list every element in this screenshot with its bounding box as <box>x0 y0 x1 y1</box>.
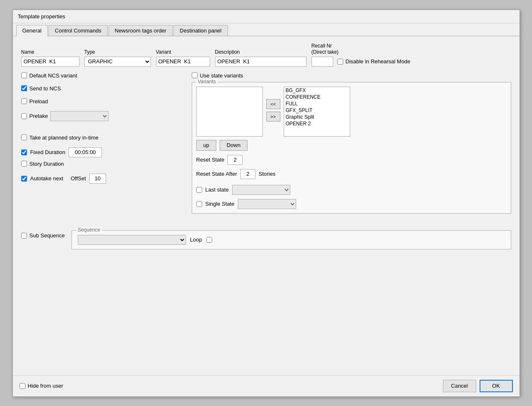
single-state-select[interactable] <box>238 199 296 209</box>
type-group: Type GRAPHICAUDIOVIDEO <box>84 49 151 67</box>
reset-state-input[interactable] <box>228 155 242 165</box>
tab-general[interactable]: General <box>16 25 48 36</box>
use-state-variants-label: Use state variants <box>200 72 243 79</box>
ok-button[interactable]: OK <box>480 380 513 392</box>
disable-rehearsal-checkbox[interactable] <box>337 59 343 65</box>
story-duration-row: Story Duration <box>21 161 179 167</box>
description-group: Description <box>215 49 307 67</box>
single-state-checkbox[interactable] <box>196 201 202 207</box>
offset-label: OffSet <box>71 175 86 182</box>
pretake-checkbox[interactable] <box>21 113 27 119</box>
left-column: Default NCS variant Send to NCS Preload … <box>21 72 179 214</box>
sequence-group: Sequence Loop <box>72 230 511 249</box>
single-state-row: Single State <box>196 199 507 209</box>
sub-sequence-label: Sub Sequence <box>30 232 65 239</box>
footer-buttons: Cancel OK <box>443 380 513 392</box>
description-input[interactable] <box>215 57 307 67</box>
autotake-row: Autotake next OffSet <box>21 174 179 184</box>
take-at-planned-row: Take at planned story in-time <box>21 135 179 141</box>
variants-list-right[interactable]: BG_GFX CONFERENCE FULL GFX_SPLIT Graphic… <box>284 87 350 137</box>
send-to-ncs-row: Send to NCS <box>21 85 179 92</box>
variant-item-conference[interactable]: CONFERENCE <box>284 94 350 100</box>
preload-label: Preload <box>30 98 48 105</box>
stories-label: Stories <box>259 171 275 177</box>
cancel-button[interactable]: Cancel <box>443 380 476 392</box>
default-ncs-label: Default NCS variant <box>30 72 77 79</box>
variants-legend: Variants <box>196 79 218 85</box>
preload-checkbox[interactable] <box>21 98 27 104</box>
sub-sequence-checkbox[interactable] <box>21 233 27 239</box>
send-to-ncs-label: Send to NCS <box>30 85 61 92</box>
description-label: Description <box>215 49 307 55</box>
type-select[interactable]: GRAPHICAUDIOVIDEO <box>84 57 151 67</box>
variant-item-full[interactable]: FULL <box>284 100 350 107</box>
fixed-duration-row: Fixed Duration <box>21 147 179 157</box>
variant-group: Variant <box>156 49 210 67</box>
use-state-variants-row: Use state variants <box>192 72 511 79</box>
dialog-footer: Hide from user Cancel OK <box>13 375 520 396</box>
variants-arrows: << >> <box>266 87 280 122</box>
up-down-row: up Down <box>196 140 507 151</box>
loop-checkbox[interactable] <box>206 237 212 243</box>
reset-state-label: Reset State <box>196 157 225 163</box>
recall-nr-group: Recall Nr (Direct take) Disable in Rehea… <box>312 43 411 67</box>
variants-group: Variants << >> BG_GFX CONFERENCE <box>192 82 511 214</box>
hide-from-user-row: Hide from user <box>20 383 63 389</box>
reset-state-after-input[interactable] <box>240 169 255 179</box>
variants-inner: << >> BG_GFX CONFERENCE FULL GFX_SPLIT G… <box>196 87 507 137</box>
story-duration-label: Story Duration <box>30 161 64 167</box>
default-ncs-checkbox[interactable] <box>21 72 27 78</box>
variant-label: Variant <box>156 49 210 55</box>
single-state-label: Single State <box>205 201 235 207</box>
name-label: Name <box>21 49 79 55</box>
template-properties-dialog: Template properties General Control Comm… <box>12 10 520 397</box>
variants-list-left[interactable] <box>196 87 263 137</box>
fixed-duration-label: Fixed Duration <box>30 149 66 155</box>
pretake-row: Pretake <box>21 111 179 121</box>
last-state-checkbox[interactable] <box>196 187 202 193</box>
last-state-label: Last state <box>205 187 229 193</box>
reset-state-after-row: Reset State After Stories <box>196 169 507 179</box>
fixed-duration-checkbox[interactable] <box>21 149 27 155</box>
default-ncs-row: Default NCS variant <box>21 72 179 79</box>
story-duration-checkbox[interactable] <box>21 161 27 167</box>
tab-newsroom-tags[interactable]: Newsroom tags order <box>109 25 173 36</box>
variant-item-opener2[interactable]: OPENER 2 <box>284 120 350 127</box>
two-column-layout: Default NCS variant Send to NCS Preload … <box>21 72 511 214</box>
pretake-select[interactable] <box>50 111 109 121</box>
tab-destination-panel[interactable]: Destination panel <box>173 25 228 36</box>
take-at-planned-checkbox[interactable] <box>21 135 27 140</box>
last-state-row: Last state <box>196 185 507 195</box>
last-state-select[interactable] <box>232 185 290 195</box>
right-column: Use state variants Variants << >> <box>192 72 511 214</box>
autotake-checkbox[interactable] <box>21 176 27 182</box>
variant-item-gfx-split[interactable]: GFX_SPLIT <box>284 107 350 114</box>
name-input[interactable] <box>21 57 79 67</box>
disable-rehearsal-label: Disable in Rehearsal Mode <box>346 58 411 65</box>
variant-item-graphic-split[interactable]: Graphic Split <box>284 114 350 120</box>
sequence-legend: Sequence <box>76 227 102 233</box>
loop-label: Loop <box>190 237 202 243</box>
name-group: Name <box>21 49 79 67</box>
hide-from-user-checkbox[interactable] <box>20 383 25 389</box>
preload-row: Preload <box>21 98 179 105</box>
offset-input[interactable] <box>89 174 106 184</box>
tab-bar: General Control Commands Newsroom tags o… <box>13 23 520 36</box>
sequence-dropdown[interactable] <box>78 235 186 245</box>
down-button[interactable]: Down <box>220 140 247 151</box>
variant-item-bg-gfx[interactable]: BG_GFX <box>284 87 350 94</box>
send-to-ncs-checkbox[interactable] <box>21 85 27 91</box>
tab-control-commands[interactable]: Control Commands <box>49 25 108 36</box>
type-label: Type <box>84 49 151 55</box>
arrow-left-btn[interactable]: << <box>266 99 280 109</box>
recall-nr-input[interactable] <box>312 57 333 67</box>
reset-state-row: Reset State <box>196 155 507 165</box>
duration-input[interactable] <box>69 147 102 157</box>
pretake-label: Pretake <box>30 113 48 119</box>
variant-input[interactable] <box>156 57 210 67</box>
sub-sequence-checkbox-row: Sub Sequence <box>21 232 65 239</box>
use-state-variants-checkbox[interactable] <box>192 72 198 78</box>
up-button[interactable]: up <box>196 140 216 151</box>
arrow-right-btn[interactable]: >> <box>266 112 280 122</box>
reset-state-after-label: Reset State After <box>196 171 237 177</box>
